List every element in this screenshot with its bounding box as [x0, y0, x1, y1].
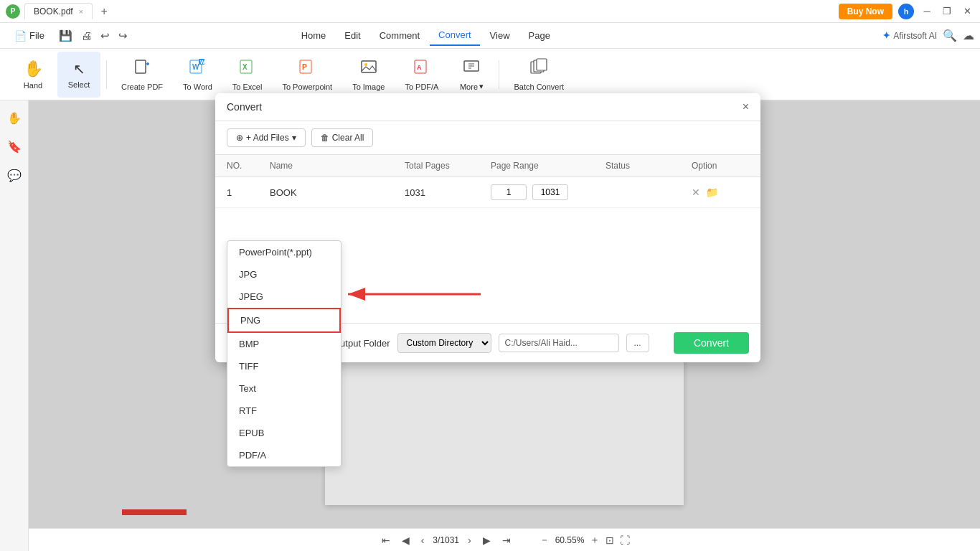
- table-row: 1 BOOK 1031 ✕ 📁: [215, 177, 760, 208]
- to-image-label: To Image: [352, 83, 385, 91]
- clear-all-label: Clear All: [332, 133, 364, 143]
- format-option-png[interactable]: PNG: [227, 308, 341, 333]
- range-start-input[interactable]: [491, 184, 527, 200]
- browse-btn[interactable]: ...: [626, 334, 649, 352]
- format-option-powerpoint[interactable]: PowerPoint(*.ppt): [227, 241, 341, 263]
- to-word-label: To Word: [183, 83, 212, 91]
- to-excel-icon: X: [239, 58, 256, 80]
- hand-tool-button[interactable]: ✋ Hand: [11, 52, 55, 98]
- to-excel-button[interactable]: X To Excel: [224, 52, 271, 98]
- svg-text:W: W: [192, 63, 199, 71]
- ai-button[interactable]: ✦ Afirstsoft AI: [882, 30, 937, 41]
- to-image-button[interactable]: To Image: [344, 52, 393, 98]
- format-option-jpg[interactable]: JPG: [227, 263, 341, 286]
- svg-rect-21: [537, 59, 547, 70]
- create-pdf-button[interactable]: Create PDF: [113, 52, 171, 98]
- delete-row-btn[interactable]: ✕: [692, 187, 700, 198]
- next-btn[interactable]: ›: [465, 533, 474, 547]
- batch-convert-button[interactable]: Batch Convert: [505, 52, 573, 98]
- app-logo: P: [6, 4, 20, 19]
- menu-view[interactable]: View: [481, 26, 519, 45]
- more-label: More ▾: [460, 82, 484, 91]
- format-option-epub[interactable]: EPUB: [227, 422, 341, 444]
- prev-page-btn[interactable]: ◀: [399, 533, 413, 547]
- pdf-tab[interactable]: BOOK.pdf ×: [24, 3, 93, 19]
- to-word-icon: WW: [189, 58, 206, 80]
- clear-all-button[interactable]: 🗑 Clear All: [311, 128, 374, 147]
- svg-text:P: P: [302, 63, 307, 71]
- format-dropdown: PowerPoint(*.ppt) JPG JPEG PNG BMP TIFF …: [227, 240, 341, 467]
- range-end-input[interactable]: [532, 184, 568, 200]
- save-button[interactable]: 💾: [56, 27, 75, 45]
- batch-convert-label: Batch Convert: [514, 83, 564, 91]
- format-option-pdfa[interactable]: PDF/A: [227, 444, 341, 466]
- menu-bar: 📄 File 💾 🖨 ↩ ↪ Home Edit Comment Convert…: [0, 23, 980, 49]
- last-page-btn[interactable]: ⇥: [499, 533, 514, 547]
- to-powerpoint-label: To Powerpoint: [282, 83, 332, 91]
- bottom-bar: ⇤ ◀ ‹ 3/1031 › ▶ ⇥ － 60.55% ＋ ⊡ ⛶: [29, 528, 980, 551]
- print-button[interactable]: 🖨: [78, 27, 95, 44]
- format-option-rtf[interactable]: RTF: [227, 400, 341, 422]
- to-pdfa-button[interactable]: A To PDF/A: [396, 52, 447, 98]
- col-header-option: Option: [692, 161, 749, 171]
- col-header-status: Status: [606, 161, 692, 171]
- more-button[interactable]: More ▾: [450, 52, 493, 98]
- to-excel-label: To Excel: [232, 83, 263, 91]
- to-powerpoint-icon: P: [298, 58, 316, 80]
- buy-now-button[interactable]: Buy Now: [839, 4, 892, 19]
- format-option-jpeg[interactable]: JPEG: [227, 286, 341, 308]
- dialog-close-btn[interactable]: ×: [743, 100, 749, 113]
- hand-label: Hand: [24, 81, 42, 90]
- format-option-bmp[interactable]: BMP: [227, 333, 341, 355]
- to-powerpoint-button[interactable]: P To Powerpoint: [273, 52, 341, 98]
- col-header-no: NO.: [227, 161, 270, 171]
- menu-edit[interactable]: Edit: [336, 26, 369, 45]
- menu-home[interactable]: Home: [293, 26, 335, 45]
- undo-button[interactable]: ↩: [98, 27, 113, 45]
- fit-width-btn[interactable]: ⊡: [606, 534, 614, 546]
- format-option-text[interactable]: Text: [227, 377, 341, 400]
- convert-button[interactable]: Convert: [674, 332, 749, 354]
- add-files-button[interactable]: ⊕ + Add Files ▾: [227, 128, 306, 147]
- zoom-in-btn[interactable]: ＋: [590, 534, 600, 547]
- user-avatar[interactable]: h: [898, 4, 914, 19]
- close-tab-btn[interactable]: ×: [79, 7, 83, 16]
- sidebar-hand-btn[interactable]: ✋: [3, 106, 26, 129]
- select-tool-button[interactable]: ↖ Select: [57, 52, 100, 98]
- sidebar-bookmark-btn[interactable]: 🔖: [3, 135, 26, 158]
- title-bar: P BOOK.pdf × + Buy Now h ─ ❐ ✕: [0, 0, 980, 23]
- redo-button[interactable]: ↪: [116, 27, 131, 45]
- zoom-display: 60.55%: [555, 535, 585, 545]
- menu-comment[interactable]: Comment: [371, 26, 428, 45]
- cloud-button[interactable]: ☁: [963, 29, 974, 42]
- close-button[interactable]: ✕: [960, 4, 974, 19]
- first-page-btn[interactable]: ⇤: [379, 533, 393, 547]
- open-folder-btn[interactable]: 📁: [706, 187, 718, 198]
- path-input[interactable]: [499, 334, 619, 352]
- minimize-button[interactable]: ─: [920, 4, 934, 19]
- file-menu[interactable]: 📄 File: [6, 23, 53, 48]
- svg-rect-0: [136, 60, 146, 73]
- to-word-button[interactable]: WW To Word: [174, 52, 221, 98]
- add-tab-btn[interactable]: +: [95, 3, 113, 20]
- batch-convert-icon: [530, 58, 547, 80]
- toolbar-separator-2: [499, 60, 499, 89]
- search-button[interactable]: 🔍: [943, 29, 957, 42]
- restore-button[interactable]: ❐: [940, 4, 954, 19]
- page-range-inputs: [491, 184, 606, 200]
- fullscreen-btn[interactable]: ⛶: [620, 534, 630, 546]
- svg-point-12: [364, 63, 367, 66]
- menu-convert[interactable]: Convert: [430, 25, 480, 46]
- directory-select[interactable]: Custom Directory: [397, 333, 491, 353]
- prev-btn[interactable]: ‹: [418, 533, 428, 547]
- sidebar-comment-btn[interactable]: 💬: [3, 164, 26, 187]
- tab-title: BOOK.pdf: [34, 6, 73, 17]
- col-header-pages: Total Pages: [405, 161, 491, 171]
- svg-text:X: X: [242, 63, 248, 71]
- menu-items: Home Edit Comment Convert View Page: [293, 25, 559, 46]
- format-option-tiff[interactable]: TIFF: [227, 355, 341, 377]
- next-page-btn[interactable]: ▶: [480, 533, 494, 547]
- zoom-out-btn[interactable]: －: [540, 534, 550, 547]
- menu-page[interactable]: Page: [520, 26, 559, 45]
- title-bar-right: Buy Now h ─ ❐ ✕: [839, 4, 974, 19]
